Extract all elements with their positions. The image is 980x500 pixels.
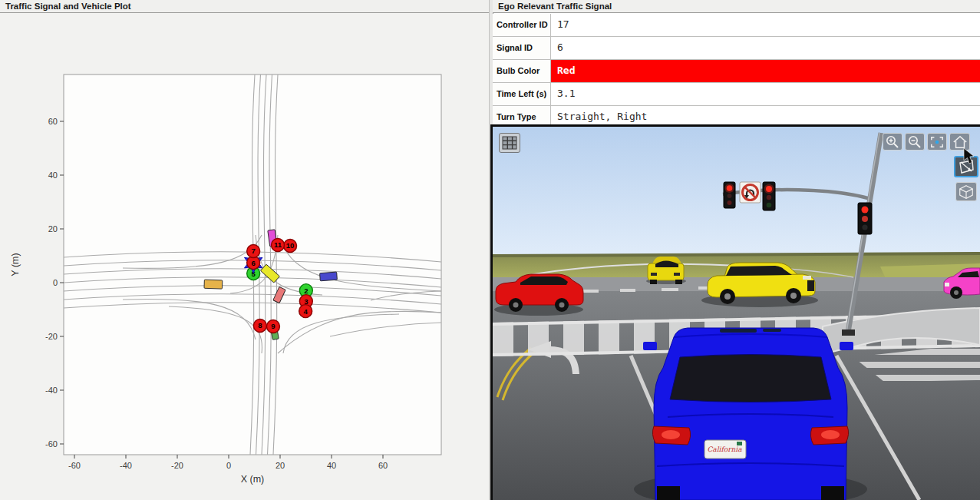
svg-text:-40: -40: [45, 386, 58, 395]
svg-text:9: 9: [271, 322, 275, 330]
svg-text:0: 0: [226, 461, 231, 470]
svg-text:20: 20: [48, 224, 58, 233]
left-panel-title: Traffic Signal and Vehicle Plot: [0, 0, 489, 13]
x-axis-label: X (m): [241, 474, 265, 485]
right-panel-title: Ego Relevant Traffic Signal: [493, 0, 980, 13]
vehicle-plot-figure: -60-40-200204060-60-40-200204060X (m)Y (…: [0, 14, 489, 500]
zoom-in-icon: [885, 134, 900, 149]
svg-text:California: California: [707, 445, 742, 453]
svg-text:-60: -60: [68, 461, 81, 470]
ego-vehicle-rear: California: [634, 328, 867, 500]
svg-text:4: 4: [304, 307, 309, 316]
home-icon: [952, 134, 968, 149]
scenario-3d-viewport[interactable]: California: [490, 124, 980, 500]
y-axis-label: Y (m): [10, 253, 21, 276]
simulation-app: Traffic Signal and Vehicle Plot -60-40-2…: [0, 0, 980, 500]
table-row: Bulb Color Red: [493, 60, 980, 83]
svg-text:-60: -60: [45, 439, 58, 449]
vehicle-ego: [320, 272, 338, 281]
iso-view-icon: [957, 158, 975, 175]
svg-text:7: 7: [252, 247, 256, 255]
svg-text:40: 40: [327, 461, 336, 470]
ego-signal-table: Controller ID 17 Signal ID 6 Bulb Color …: [493, 14, 980, 129]
signal-head-mid: [763, 182, 775, 210]
no-u-turn-sign: [740, 182, 761, 203]
signal-head-pole: [858, 203, 872, 234]
row-value-bulb-color status-badge: Red: [551, 60, 980, 82]
zoom-out-button[interactable]: [905, 133, 925, 151]
home-view-button[interactable]: [949, 133, 970, 151]
fit-view-icon: [929, 135, 945, 149]
svg-text:0: 0: [53, 278, 58, 287]
vehicle-plot-panel: Traffic Signal and Vehicle Plot -60-40-2…: [0, 0, 490, 500]
svg-text:20: 20: [276, 461, 285, 470]
row-label-bulb-color: Bulb Color: [493, 60, 551, 82]
grid-toggle-button[interactable]: [499, 133, 520, 153]
row-label-time-left: Time Left (s): [493, 83, 551, 105]
table-row: Time Left (s) 3.1: [493, 83, 980, 106]
cube-view-icon: [958, 184, 975, 200]
signal-head-left: [724, 182, 735, 208]
vehicle-plot-axes: -60-40-200204060-60-40-200204060X (m)Y (…: [0, 14, 489, 500]
row-value-time-left: 3.1: [551, 83, 980, 105]
row-label-signal-id: Signal ID: [493, 37, 551, 59]
svg-text:3: 3: [304, 297, 308, 306]
cube-view-button[interactable]: [955, 182, 977, 201]
svg-text:60: 60: [378, 461, 388, 470]
row-value-controller-id: 17: [551, 14, 980, 36]
svg-text:-20: -20: [171, 461, 183, 470]
zoom-in-button[interactable]: [883, 133, 902, 151]
pole-base: [842, 329, 855, 336]
svg-text:6: 6: [252, 259, 256, 267]
svg-text:-40: -40: [120, 461, 132, 470]
grid-icon: [502, 136, 517, 150]
svg-text:11: 11: [274, 240, 282, 249]
isometric-view-button[interactable]: [954, 156, 978, 177]
svg-text:8: 8: [258, 321, 262, 329]
svg-text:10: 10: [286, 241, 295, 250]
scenario-3d-scene: California: [493, 127, 980, 500]
svg-text:60: 60: [48, 117, 58, 126]
table-row: Signal ID 6: [493, 37, 980, 60]
license-plate: California: [704, 440, 746, 459]
svg-text:40: 40: [48, 171, 58, 180]
row-value-signal-id: 6: [551, 37, 980, 59]
table-row: Controller ID 17: [493, 14, 980, 37]
svg-text:-20: -20: [45, 332, 58, 341]
zoom-out-icon: [907, 134, 922, 149]
row-label-controller-id: Controller ID: [493, 14, 551, 36]
svg-text:2: 2: [304, 286, 308, 295]
restore-view-button[interactable]: [927, 133, 947, 151]
vehicle-orange: [204, 280, 223, 289]
